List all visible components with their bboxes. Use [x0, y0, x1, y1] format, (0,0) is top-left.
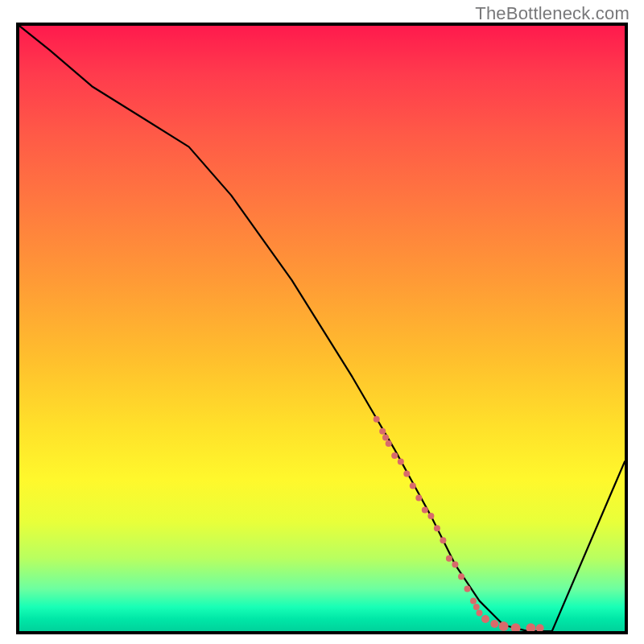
chart-container	[16, 23, 628, 634]
watermark-text: TheBottleneck.com	[475, 3, 630, 24]
marker-dot	[427, 513, 434, 519]
marker-dot	[415, 495, 422, 502]
marker-dot	[490, 620, 498, 628]
marker-dot	[379, 428, 386, 435]
marker-dot	[440, 537, 446, 543]
marker-dot	[477, 609, 483, 616]
bottleneck-curve	[19, 26, 625, 631]
chart-overlay	[19, 26, 625, 631]
marker-dot	[499, 621, 509, 631]
marker-dot	[473, 604, 480, 610]
marker-dot	[446, 555, 452, 562]
marker-dot	[526, 623, 535, 631]
marker-dot	[511, 623, 521, 631]
marker-dot	[434, 525, 440, 531]
marker-dot	[386, 440, 392, 447]
marker-dot	[422, 507, 428, 514]
marker-dot	[374, 416, 380, 423]
marker-dot	[458, 573, 464, 580]
marker-dot	[464, 585, 471, 592]
highlight-cluster	[374, 416, 544, 631]
marker-dot	[391, 452, 398, 459]
marker-dot	[536, 624, 544, 631]
marker-dot	[382, 434, 389, 440]
marker-dot	[403, 471, 410, 477]
marker-dot	[410, 483, 416, 489]
marker-dot	[481, 615, 489, 623]
marker-dot	[452, 561, 458, 568]
marker-dot	[398, 458, 404, 464]
marker-dot	[470, 597, 477, 604]
